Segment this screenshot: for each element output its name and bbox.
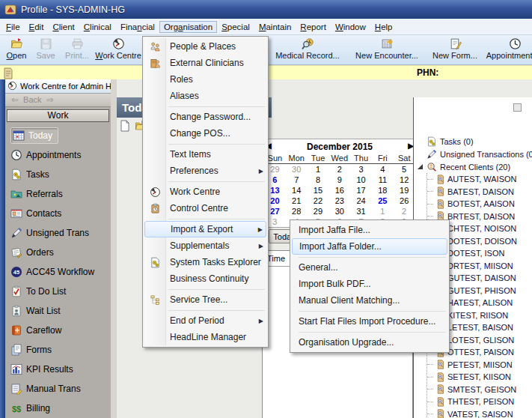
tree-client-smtest-geison[interactable]: SMTEST, GEISON [427, 384, 532, 396]
calendar-day-cell[interactable]: 9 [328, 175, 350, 185]
tree-item-recent-clients-20[interactable]: Recent Clients (20) [414, 160, 532, 173]
sidebar-item-acc45-workflow[interactable]: 45ACC45 Workflow [5, 262, 111, 282]
submenu-item-import-jaffa-folder[interactable]: Import Jaffa Folder... [292, 238, 447, 255]
sidebar-item-manual-trans[interactable]: Manual Trans [5, 379, 111, 399]
menu-item-aliases[interactable]: Aliases [144, 88, 266, 104]
tree-item-unsigned-transactions-0[interactable]: Unsigned Transactions (0) [414, 148, 532, 160]
back-label[interactable]: Back [23, 95, 41, 104]
sidebar-item-billing[interactable]: $$Billing [5, 399, 111, 418]
tree-item-tasks-0[interactable]: Tasks (0) [414, 135, 532, 148]
menu-item-import-export[interactable]: Import & Export▶ [144, 221, 266, 237]
sidebar-item-to-do-list[interactable]: To Do List [5, 282, 111, 301]
calendar-day-cell[interactable]: 23 [328, 196, 350, 206]
menubar-item-help[interactable]: Help [370, 21, 397, 33]
menubar-item-maintain[interactable]: Maintain [254, 21, 296, 33]
menubar-item-special[interactable]: Special [217, 21, 254, 33]
calendar-day-cell[interactable]: 28 [286, 206, 308, 216]
sidebar-item-wait-list[interactable]: Wait List [5, 301, 111, 321]
calendar-day-cell[interactable]: 31 [350, 206, 372, 216]
toolbar-button-work-centre[interactable]: Work Centre [94, 37, 142, 60]
tree-client-setest-kiison[interactable]: SETEST, KIISON [427, 371, 532, 384]
calendar-day-cell[interactable]: 24 [350, 196, 372, 206]
calendar-day-cell[interactable]: 17 [350, 185, 372, 196]
calendar-day-cell[interactable]: 1 [372, 206, 394, 216]
sidebar-item-careflow[interactable]: Careflow [5, 321, 111, 340]
calendar-day-cell[interactable]: 21 [286, 196, 308, 206]
calendar-day-cell[interactable]: 30 [328, 206, 350, 216]
toolbar-button-new-form[interactable]: New Form... [424, 37, 486, 60]
calendar-day-cell[interactable]: 3 [350, 164, 372, 175]
sidebar-item-unsigned-trans[interactable]: Unsigned Trans [5, 223, 111, 243]
submenu-item-import-bulk-pdf[interactable]: Import Bulk PDF... [292, 276, 447, 292]
submenu-item-organisation-upgrade[interactable]: Organisation Upgrade... [292, 334, 447, 351]
menu-item-roles[interactable]: Roles [144, 71, 266, 88]
back-arrow-icon[interactable]: ⇐ [11, 94, 19, 105]
menubar-item-file[interactable]: File [1, 21, 25, 33]
calendar-day-cell[interactable]: 16 [328, 185, 350, 196]
panel-button-icon[interactable] [513, 103, 522, 112]
calendar-day-cell[interactable]: 29 [308, 206, 329, 216]
calendar-day-cell[interactable]: 11 [372, 175, 394, 185]
menubar-item-edit[interactable]: Edit [25, 21, 49, 33]
back-navigation[interactable]: ⇐ Back ⇒ [5, 94, 111, 107]
menu-item-business-continuity[interactable]: Business Continuity [144, 270, 266, 287]
sidebar-item-contacts[interactable]: Contacts [5, 204, 111, 223]
menu-item-change-pos[interactable]: Change POS... [144, 125, 266, 142]
menu-item-people-places[interactable]: People & Places [144, 38, 266, 55]
submenu-item-import-jaffa-file[interactable]: Import Jaffa File... [292, 222, 447, 238]
menu-item-end-of-period[interactable]: End of Period▶ [144, 312, 266, 329]
menu-item-service-tree[interactable]: Service Tree... [144, 291, 266, 308]
menubar-item-organisation[interactable]: Organisation [159, 21, 217, 33]
menubar-item-financial[interactable]: Financial [116, 21, 159, 33]
work-group-button[interactable]: Work [7, 109, 109, 122]
calendar-day-cell[interactable]: 2 [394, 206, 415, 216]
sidebar-item-tasks[interactable]: Tasks [5, 165, 111, 184]
calendar-day-cell[interactable]: 4 [372, 164, 394, 175]
menu-item-external-clinicians[interactable]: External Clinicians [144, 55, 266, 71]
menu-item-change-password[interactable]: Change Password... [144, 109, 266, 125]
submenu-item-general[interactable]: General... [292, 259, 447, 276]
tree-client-autest-waison[interactable]: AUTEST, WAISON [427, 173, 532, 186]
menu-item-supplementals[interactable]: Supplementals▶ [144, 237, 266, 254]
calendar-day-cell[interactable]: 25 [372, 196, 394, 206]
calendar-day-cell[interactable]: 5 [394, 164, 415, 175]
sidebar-item-orders[interactable]: Orders [5, 243, 111, 262]
tree-client-petest-miison[interactable]: PETEST, MIISON [427, 359, 532, 372]
calendar-day-cell[interactable]: 12 [394, 175, 415, 185]
sidebar-item-appointments[interactable]: Appointments [5, 145, 111, 165]
menu-item-preferences[interactable]: Preferences▶ [144, 163, 266, 179]
menu-item-control-centre[interactable]: Control Centre [144, 200, 266, 216]
toolbar-button-new-encounter[interactable]: New Encounter... [349, 37, 424, 60]
menubar-item-report[interactable]: Report [296, 21, 331, 33]
toolbar-button-appointments[interactable]: Appointments... [486, 37, 532, 60]
toolbar-button-medical-record[interactable]: Medical Record... [266, 37, 349, 60]
calendar-day-cell[interactable]: 30 [286, 164, 308, 175]
calendar-day-cell[interactable]: 15 [308, 185, 329, 196]
tree-client-vatest-saison[interactable]: VATEST, SAISON [427, 408, 532, 418]
submenu-item-start-flat-files-import-procedure[interactable]: Start Flat Files Import Procedure... [292, 313, 447, 330]
sidebar-item-forms[interactable]: Forms [5, 340, 111, 360]
menubar-item-window[interactable]: Window [331, 21, 370, 33]
calendar-day-cell[interactable]: 7 [286, 175, 308, 185]
tree-expanded-icon[interactable] [416, 164, 424, 169]
menubar-item-client[interactable]: Client [48, 21, 79, 33]
tree-client-batest-daison[interactable]: BATEST, DAISON [427, 186, 532, 199]
tree-client-thtest-peison[interactable]: THTEST, PEISON [427, 396, 532, 408]
toolbar-button-open[interactable]: Open [1, 37, 31, 60]
calendar-day-cell[interactable]: 14 [286, 185, 308, 196]
calendar-day-cell[interactable]: 26 [394, 196, 415, 206]
new-page-icon[interactable] [119, 120, 131, 132]
calendar-day-cell[interactable]: 18 [372, 185, 394, 196]
calendar-day-cell[interactable]: 8 [308, 175, 329, 185]
sidebar-item-kpi-results[interactable]: KPI Results [5, 360, 111, 379]
calendar-day-cell[interactable]: 19 [394, 185, 415, 196]
menu-item-system-tasks-explorer[interactable]: System Tasks Explorer [144, 254, 266, 270]
forward-arrow-icon[interactable]: ⇒ [46, 94, 54, 105]
menu-item-headline-manager[interactable]: HeadLine Manager [144, 329, 266, 345]
submenu-item-manual-client-matching[interactable]: Manual Client Matching... [292, 292, 447, 309]
tree-client-botest-aaison[interactable]: BOTEST, AAISON [427, 198, 532, 210]
calendar-day-cell[interactable]: 1 [308, 164, 329, 175]
calendar-day-cell[interactable]: 22 [308, 196, 329, 206]
sidebar-item-referrals[interactable]: Referrals [5, 184, 111, 204]
calendar-day-cell[interactable]: 2 [328, 164, 350, 175]
